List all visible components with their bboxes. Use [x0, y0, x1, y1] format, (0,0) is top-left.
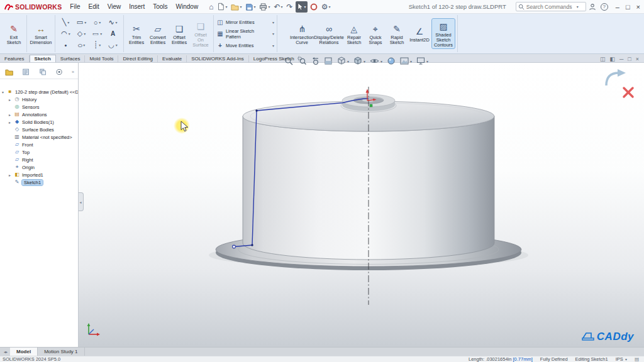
menu-file[interactable]: File — [66, 2, 84, 11]
graphics-area[interactable]: CADdy ◂ — [79, 63, 644, 347]
help-button[interactable]: ? — [599, 2, 610, 12]
options-button[interactable]: ⚙▾ — [320, 1, 332, 13]
instant2d-button[interactable]: ∠ Instant2D — [408, 24, 431, 43]
rectangle-tool-button[interactable]: ▭▾ — [74, 17, 89, 28]
menu-window[interactable]: Window — [172, 2, 203, 11]
tab-scroll-arrows[interactable]: ◂▸ — [1, 348, 10, 356]
polygon-tool-button[interactable]: ◇▾ — [74, 28, 89, 40]
tree-item-top-plane[interactable]: ▱ Top — [0, 148, 78, 156]
status-circle-button[interactable] — [309, 1, 319, 13]
panel-collapse-handle[interactable]: ◂ — [79, 192, 84, 211]
offset-entities-button[interactable]: ❏ Offset Entities — [169, 21, 189, 46]
sketch-vertex[interactable] — [251, 244, 253, 246]
tab-mold-tools[interactable]: Mold Tools — [85, 55, 118, 62]
tree-item-sketch1[interactable]: ✎ Sketch1 — [0, 178, 78, 186]
split-pane-icon[interactable]: ◫ — [600, 56, 606, 62]
tab-direct-editing[interactable]: Direct Editing — [118, 55, 158, 62]
zoom-to-area-button[interactable] — [297, 57, 306, 65]
unit-system-dropdown[interactable]: IPS ▾ — [616, 356, 627, 362]
ellipse-tool-button[interactable]: ○▾ — [74, 40, 89, 51]
text-tool-button[interactable]: A — [105, 28, 121, 40]
tree-item-history[interactable]: ▸ ◷ History — [0, 96, 78, 103]
doc-restore-button[interactable]: □ — [628, 56, 631, 62]
menu-view[interactable]: View — [104, 2, 125, 11]
point-tool-button[interactable]: • — [58, 40, 74, 51]
open-button[interactable]: ▾ — [230, 1, 243, 13]
quick-snaps-button[interactable]: ⌖ Quick Snaps — [365, 21, 386, 46]
circle-tool-button[interactable]: ○▾ — [89, 17, 105, 28]
model-tab[interactable]: Model — [10, 348, 38, 356]
minimize-button[interactable]: – — [616, 3, 619, 11]
motion-study-tab[interactable]: Motion Study 1 — [38, 348, 84, 356]
search-input[interactable] — [526, 4, 574, 10]
centerline-tool-button[interactable]: ┊▾ — [89, 40, 105, 51]
display-delete-relations-button[interactable]: ∞ Display/Delete Relations — [315, 21, 343, 46]
convert-entities-button[interactable]: ▱ Convert Entities — [148, 21, 168, 46]
line-tool-button[interactable]: ╲▾ — [58, 17, 74, 28]
redo-button[interactable]: ↷ — [286, 1, 294, 13]
search-commands-box[interactable]: ▾ — [516, 2, 586, 11]
section-view-button[interactable] — [324, 57, 333, 65]
menu-insert[interactable]: Insert — [125, 2, 148, 11]
slot-tool-button[interactable]: ▭▾ — [89, 28, 105, 40]
tree-item-solid-bodies[interactable]: ▸ ◆ Solid Bodies(1) — [0, 118, 78, 126]
smart-dimension-button[interactable]: ↔ Smart Dimension — [30, 21, 52, 46]
offset-on-surface-button[interactable]: ❏ Offset On Surface — [191, 19, 211, 48]
arc-tool-button[interactable]: ◠▾ — [58, 28, 74, 40]
expand-icon[interactable]: ▸ — [9, 112, 14, 117]
expand-icon[interactable]: ▸ — [9, 120, 14, 124]
tab-solidworks-add-ins[interactable]: SOLIDWORKS Add-Ins — [187, 55, 249, 62]
fillet-tool-button[interactable]: ◡▾ — [105, 40, 121, 51]
cancel-sketch-button[interactable] — [624, 88, 633, 97]
doc-minimize-button[interactable]: ─ — [619, 56, 623, 62]
tree-item-origin[interactable]: + Origin — [0, 163, 78, 171]
spline-tool-button[interactable]: ∿▾ — [105, 17, 121, 28]
feature-tree-icon[interactable] — [5, 68, 13, 76]
mirror-entities-button[interactable]: ◫ Mirror Entities ▾ — [216, 19, 274, 26]
shaded-sketch-contours-button[interactable]: ▨ Shaded Sketch Contours — [432, 19, 455, 48]
tree-item-root[interactable]: ▾ ■ 120-2 step draw (Default) <<Default>… — [0, 88, 78, 96]
expand-icon[interactable]: ▸ — [9, 97, 14, 102]
hide-show-items-button[interactable]: ▾ — [370, 57, 382, 65]
tree-item-surface-bodies[interactable]: ◇ Surface Bodies — [0, 126, 78, 133]
sketch-vertex[interactable] — [255, 109, 257, 111]
apply-scene-button[interactable]: ▾ — [400, 57, 412, 65]
tag-icon[interactable]: ▤ — [635, 356, 639, 362]
tree-item-front-plane[interactable]: ▱ Front — [0, 141, 78, 148]
linear-sketch-pattern-button[interactable]: ▦ Linear Sketch Pattern ▾ — [216, 28, 274, 40]
tab-evaluate[interactable]: Evaluate — [158, 55, 187, 62]
maximize-button[interactable]: □ — [626, 3, 630, 11]
tab-surfaces[interactable]: Surfaces — [56, 55, 86, 62]
split-horizontal-icon[interactable]: ◧ — [609, 56, 615, 62]
panel-overflow-icon[interactable]: » — [72, 70, 74, 74]
edit-appearance-button[interactable] — [387, 57, 396, 65]
home-button[interactable]: ⌂ — [208, 1, 214, 13]
trim-entities-button[interactable]: ✂ Trim Entities — [126, 21, 147, 46]
menu-edit[interactable]: Edit — [84, 2, 103, 11]
move-entities-button[interactable]: + Move Entities ▾ — [216, 42, 274, 49]
save-button[interactable]: ▾ — [244, 1, 257, 13]
tree-item-material[interactable]: ▥ Material <not specified> — [0, 133, 78, 141]
property-manager-icon[interactable] — [22, 68, 30, 76]
tab-features[interactable]: Features — [0, 55, 30, 62]
close-button[interactable]: × — [636, 3, 640, 11]
tree-item-imported1[interactable]: ▸ ◧ Imported1 — [0, 171, 78, 178]
doc-close-button[interactable]: × — [636, 56, 639, 62]
expand-icon[interactable]: ▾ — [2, 90, 7, 94]
exit-sketch-button[interactable]: ✎ Exit Sketch — [4, 21, 24, 46]
sketch-endpoint[interactable] — [233, 245, 236, 248]
model-3d-view[interactable] — [79, 63, 644, 347]
select-tool-button[interactable]: ▾ — [296, 1, 308, 13]
confirm-sketch-button[interactable] — [606, 69, 626, 85]
display-manager-icon[interactable] — [55, 68, 63, 76]
intersection-curve-button[interactable]: ⋔ Intersection Curve — [290, 21, 314, 46]
rapid-sketch-button[interactable]: ✎ Rapid Sketch — [387, 21, 407, 46]
tree-item-sensors[interactable]: ◎ Sensors — [0, 103, 78, 111]
previous-view-button[interactable] — [311, 57, 319, 65]
new-document-button[interactable]: ▾ — [216, 1, 228, 13]
configuration-manager-icon[interactable] — [39, 68, 47, 76]
coincident-point[interactable] — [370, 104, 372, 107]
display-style-button[interactable]: ▾ — [353, 57, 365, 65]
view-orientation-button[interactable]: ▾ — [337, 57, 349, 65]
tab-sketch[interactable]: Sketch — [30, 55, 56, 62]
